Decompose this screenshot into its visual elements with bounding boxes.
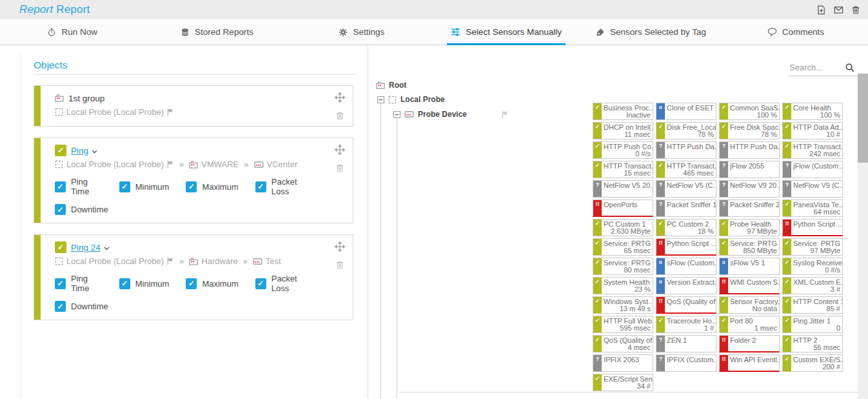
sensor-tile[interactable]: ✓HTTP Transact...242 msec [782, 141, 843, 159]
channel-checkbox-ping-time[interactable]: ✓Ping Time [55, 274, 103, 293]
sensor-tile[interactable]: IIsFlow (Custom... [656, 258, 716, 275]
sensor-tile[interactable]: ?NetFlow V5 20... [593, 180, 653, 198]
status-stripe [34, 138, 41, 223]
sensor-tile[interactable]: ✓XML Custom E...3 # [782, 277, 843, 294]
sensor-tile[interactable]: ✓PaneaVista Te...64 msec [782, 200, 843, 217]
sensor-tile[interactable]: ?jFlow (Custom... [782, 161, 843, 178]
sensor-tile[interactable]: ✓HTTP Data Ad...10 # [782, 122, 843, 139]
sensor-tile[interactable]: ✓Service: PRTG ...850 MByte [719, 238, 780, 256]
object-link[interactable]: Ping 24 [71, 243, 101, 252]
tab-settings[interactable]: Settings [290, 19, 434, 45]
sensor-tile[interactable]: ?Packet Sniffer 2 [719, 200, 780, 217]
sensor-tile[interactable]: ✓Custom EXE/S...200 # [782, 354, 843, 372]
sensor-tile[interactable]: ✓QoS (Quality of...4 msec [593, 335, 653, 353]
sensor-tile[interactable]: ✓EXE/Script Sen...34 # [593, 374, 653, 391]
sensor-tile[interactable]: ?Packet Sniffer 1 [656, 200, 716, 217]
sensor-tile[interactable]: ✓Common SaaS...100 % [719, 103, 780, 120]
sensor-tile[interactable]: ✓Windows Syst...13 m 49 s [593, 296, 653, 314]
sensor-tile[interactable]: ✓Disk Free_Local78 % [656, 122, 716, 139]
scrollbar-thumb[interactable] [858, 74, 868, 163]
tab-comments[interactable]: Comments [724, 19, 868, 45]
move-handle-icon[interactable] [335, 241, 345, 252]
sensor-tile[interactable]: ?HTTP Push Da... [656, 141, 716, 159]
status-unknown-icon: ? [720, 161, 728, 178]
tree-node-local-probe[interactable]: Local Probe [377, 94, 445, 105]
object-title: 1st group [68, 94, 104, 103]
sensor-tile[interactable]: ?ZEN 1 [656, 335, 716, 353]
sensor-tile[interactable]: ✓Service: PRTG ...97 MByte [782, 238, 843, 256]
sensor-tile[interactable]: ✓Free Disk Spac...78 % [719, 122, 780, 139]
object-checkbox[interactable]: ✓ [55, 145, 66, 156]
sensor-tile[interactable]: ?IPFIX (Custom... [656, 354, 716, 372]
sensor-tile[interactable]: ✓HTTP Transact...15 msec [593, 161, 653, 178]
move-handle-icon[interactable] [335, 145, 345, 155]
sensor-tile[interactable]: ✓Core Health100 % [782, 103, 843, 120]
search-icon[interactable] [845, 63, 854, 72]
sensor-tile[interactable]: ✓HTTP Push Co...0 #/s [593, 141, 653, 159]
channel-checkbox-ping-time[interactable]: ✓Ping Time [55, 177, 103, 196]
channel-checkbox-packet-loss[interactable]: ✓Packet Loss [255, 274, 310, 293]
sensor-tile[interactable]: !!Python Script ... [656, 238, 716, 256]
channel-checkbox-minimum[interactable]: ✓Minimum [119, 278, 170, 289]
sensor-tile[interactable]: ✓HTTP Full Web...595 msec [593, 316, 653, 333]
search-input[interactable] [788, 62, 843, 73]
tree-node-probe-device[interactable]: Probe Device [393, 109, 509, 119]
sensor-tile[interactable]: ✓DHCP on Intel(...11 msec [593, 122, 653, 139]
sensor-tile[interactable]: ✓Service: PRTG ...80 msec [593, 258, 653, 275]
tab-select-sensors-manually[interactable]: Select Sensors Manually [434, 19, 578, 45]
sensor-tile[interactable]: !!OpenPorts [593, 200, 653, 217]
sensor-tile[interactable]: ✓System Health23 % [593, 277, 653, 294]
sensor-tile[interactable]: IIClone of ESET ... [656, 103, 716, 120]
channel-checkbox-maximum[interactable]: ✓Maximum [186, 278, 238, 289]
add-report-icon[interactable] [816, 5, 826, 15]
sensor-tile[interactable]: !!Win API Eventl... [719, 354, 780, 372]
channel-checkbox-downtime[interactable]: ✓Downtime [55, 204, 108, 215]
object-checkbox[interactable]: ✓ [55, 241, 66, 253]
checkbox-checked-icon: ✓ [255, 278, 266, 289]
channel-checkbox-downtime[interactable]: ✓Downtime [55, 301, 108, 312]
send-email-icon[interactable] [834, 5, 843, 15]
sensor-tile[interactable]: IIVersion Extract... [656, 277, 716, 294]
sensor-tile[interactable]: ✓HTTP Content 185 # [782, 296, 843, 314]
sensor-tile[interactable]: ?NetFlow V9 (C... [782, 180, 843, 198]
sensor-tile[interactable]: ✓HTTP 255 msec [782, 335, 843, 353]
breadcrumb-separator: » [244, 159, 248, 169]
status-up-icon: ✓ [593, 336, 602, 352]
move-handle-icon[interactable] [335, 92, 345, 103]
sensor-tile[interactable]: ✓Sensor Factory...No data [719, 296, 780, 314]
channel-checkbox-minimum[interactable]: ✓Minimum [119, 181, 170, 192]
breadcrumb-text: Hardware [201, 256, 237, 266]
sensor-tile[interactable]: !!Python Script ... [782, 219, 843, 236]
channel-checkbox-maximum[interactable]: ✓Maximum [186, 181, 238, 192]
tab-sensors-selected-by-tag[interactable]: Sensors Selected by Tag [578, 19, 723, 45]
sensor-tile[interactable]: ✓Port 801 msec [719, 316, 780, 333]
sensor-tile[interactable]: IIsFlow V5 1 [719, 258, 780, 275]
sensor-tile[interactable]: ?HTTP Push Da... [719, 141, 780, 159]
delete-object-icon[interactable] [335, 163, 344, 172]
sensor-tile[interactable]: !!QoS (Quality of... [656, 296, 716, 314]
sensor-tile[interactable]: ✓Ping Jitter 10 [782, 316, 843, 333]
sensor-tile[interactable]: ✓Traceroute Ho...1 # [656, 316, 716, 333]
sensor-tile[interactable]: ✓HTTP Transact...465 msec [656, 161, 716, 178]
sensor-tile[interactable]: !!Folder 2 [719, 335, 780, 353]
tree-node-root[interactable]: Root [376, 80, 406, 90]
delete-report-icon[interactable] [851, 5, 860, 14]
status-up-icon: ✓ [593, 239, 602, 255]
sensor-tile[interactable]: ✓PC Custom 12.630 MByte [593, 219, 653, 236]
sensor-tile[interactable]: ?NetFlow V5 (C... [656, 180, 716, 198]
sensor-tile[interactable]: ✓Syslog Receive...0 #/s [782, 258, 843, 275]
delete-object-icon[interactable] [335, 260, 344, 269]
tab-stored-reports[interactable]: Stored Reports [144, 19, 289, 45]
sensor-tile[interactable]: ?jFlow 2055 [719, 161, 780, 178]
tab-run-now[interactable]: Run Now [0, 19, 144, 45]
sensor-tile[interactable]: ?NetFlow V9 20... [719, 180, 780, 198]
sensor-tile[interactable]: ✓PC Custom 218 % [656, 219, 716, 236]
sensor-tile[interactable]: ✓Business Proc...Inactive [593, 103, 653, 120]
object-link[interactable]: Ping [71, 146, 88, 156]
channel-checkbox-packet-loss[interactable]: ✓Packet Loss [255, 177, 310, 196]
sensor-tile[interactable]: ✓Service: PRTG ...65 msec [593, 238, 653, 256]
sensor-tile[interactable]: ✓Probe Health97 MByte [719, 219, 780, 236]
sensor-tile[interactable]: ?IPFIX 2063 [593, 354, 653, 372]
sensor-tile[interactable]: !!WMI Custom S... [719, 277, 780, 294]
delete-object-icon[interactable] [335, 111, 344, 120]
